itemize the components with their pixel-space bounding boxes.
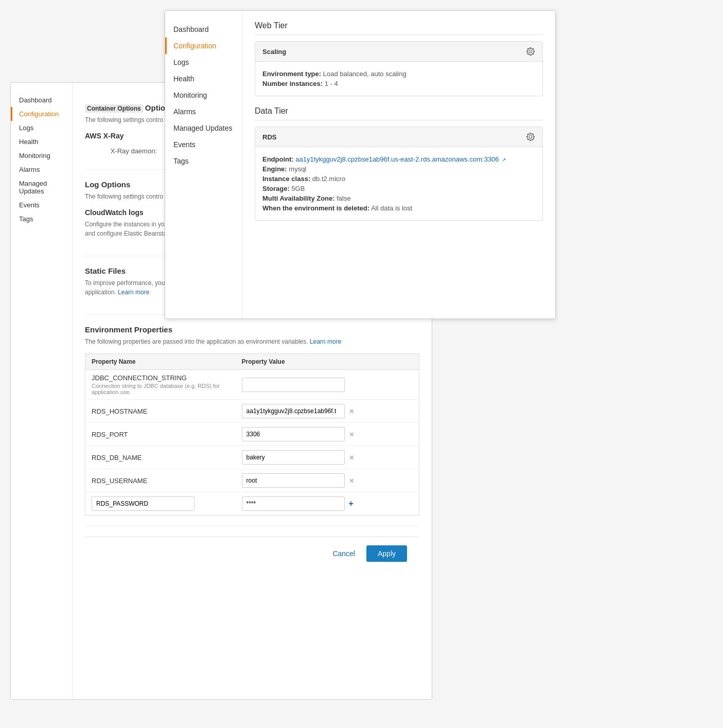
- table-row: RDS_USERNAME✕: [85, 469, 419, 492]
- front-panel-sidebar: Dashboard Configuration Logs Health Moni…: [165, 11, 242, 318]
- rds-card-title: RDS: [262, 133, 276, 141]
- prop-name-input[interactable]: [92, 496, 195, 511]
- prop-value-cell: ✕: [236, 446, 419, 469]
- scaling-gear-icon[interactable]: [526, 47, 535, 56]
- table-row: RDS_HOSTNAME✕: [85, 400, 419, 423]
- prop-name-cell: RDS_HOSTNAME: [85, 400, 236, 423]
- front-sidebar-item-managed-updates[interactable]: Managed Updates: [165, 120, 242, 136]
- prop-value-cell: ✕: [236, 400, 419, 423]
- env-type-text: Environment type: Load balanced, auto sc…: [262, 70, 535, 78]
- num-instances-text: Number instances: 1 - 4: [262, 80, 535, 87]
- prop-value-cell: ✕: [236, 423, 419, 446]
- prop-name-cell: JDBC_CONNECTION_STRINGConnection string …: [85, 370, 236, 400]
- front-sidebar-item-monitoring[interactable]: Monitoring: [165, 87, 242, 103]
- table-row: +: [85, 492, 419, 516]
- rds-card-body: Endpoint: aa1y1tykgguv2j8.cpzbse1ab96f.u…: [255, 147, 542, 220]
- rds-endpoint-link[interactable]: aa1y1tykgguv2j8.cpzbse1ab96f.us-east-2.r…: [295, 155, 506, 163]
- front-sidebar-item-health[interactable]: Health: [165, 70, 242, 87]
- prop-name-text: RDS_DB_NAME: [92, 454, 142, 461]
- prop-name-cell: RDS_DB_NAME: [85, 446, 236, 469]
- xray-daemon-label: X-Ray daemon:: [85, 147, 157, 155]
- prop-input-wrapper: ✕: [242, 473, 413, 488]
- prop-name-cell: RDS_PORT: [85, 423, 236, 446]
- scaling-card-body: Environment type: Load balanced, auto sc…: [255, 62, 542, 96]
- env-properties-title: Environment Properties: [85, 325, 419, 334]
- back-panel-sidebar: Dashboard Configuration Logs Health Moni…: [11, 83, 73, 699]
- prop-input-wrapper: [242, 378, 413, 392]
- front-sidebar-item-tags[interactable]: Tags: [165, 153, 242, 169]
- sidebar-item-events[interactable]: Events: [11, 198, 72, 212]
- env-properties-learn-more[interactable]: Learn more: [310, 338, 341, 345]
- sidebar-item-logs[interactable]: Logs: [11, 121, 72, 135]
- table-row: RDS_PORT✕: [85, 423, 419, 446]
- footer-actions: Cancel Apply: [85, 537, 419, 570]
- prop-name-text: RDS_PORT: [92, 431, 128, 438]
- rds-endpoint: Endpoint: aa1y1tykgguv2j8.cpzbse1ab96f.u…: [262, 155, 535, 163]
- sidebar-item-managed-updates[interactable]: Managed Updates: [11, 176, 72, 198]
- prop-delete-button[interactable]: ✕: [347, 430, 357, 439]
- prop-input-wrapper: +: [242, 496, 413, 511]
- front-panel: Dashboard Configuration Logs Health Moni…: [165, 10, 556, 319]
- scaling-card-title: Scaling: [262, 48, 286, 56]
- sidebar-item-alarms[interactable]: Alarms: [11, 163, 72, 176]
- prop-name-text: JDBC_CONNECTION_STRING: [92, 374, 187, 382]
- prop-delete-button[interactable]: ✕: [347, 476, 357, 486]
- sidebar-item-monitoring[interactable]: Monitoring: [11, 149, 72, 163]
- prop-add-button[interactable]: +: [347, 498, 356, 509]
- rds-storage: Storage: 5GB: [262, 185, 535, 192]
- prop-value-cell: +: [236, 492, 419, 516]
- prop-value-input[interactable]: [242, 427, 345, 441]
- sidebar-item-dashboard[interactable]: Dashboard: [11, 93, 72, 107]
- col-property-value: Property Value: [236, 354, 419, 370]
- front-sidebar-item-alarms[interactable]: Alarms: [165, 103, 242, 120]
- prop-value-input[interactable]: [242, 404, 345, 418]
- front-sidebar-item-dashboard[interactable]: Dashboard: [165, 21, 242, 38]
- prop-value-cell: [236, 370, 419, 400]
- external-link-icon: ↗: [502, 157, 506, 163]
- web-tier-title: Web Tier: [255, 21, 543, 35]
- data-tier-title: Data Tier: [255, 106, 543, 120]
- prop-input-wrapper: ✕: [242, 450, 413, 465]
- prop-value-input[interactable]: [242, 450, 345, 465]
- front-panel-content: Web Tier Scaling Environment type: Load …: [242, 11, 555, 241]
- env-properties-section: Environment Properties The following pro…: [85, 325, 419, 526]
- prop-input-wrapper: ✕: [242, 427, 413, 441]
- env-properties-table: Property Name Property Value JDBC_CONNEC…: [85, 353, 419, 516]
- rds-card: RDS Endpoint: aa1y1tykgguv2j8.cpzbse1ab9…: [255, 127, 543, 221]
- sidebar-item-health[interactable]: Health: [11, 135, 72, 149]
- static-files-learn-more[interactable]: Learn more: [118, 289, 149, 296]
- prop-value-input[interactable]: [242, 473, 345, 488]
- scaling-card: Scaling Environment type: Load balanced,…: [255, 41, 543, 96]
- rds-multi-az: Multi Availability Zone: false: [262, 194, 535, 202]
- prop-name-text: RDS_USERNAME: [92, 477, 147, 485]
- table-row: JDBC_CONNECTION_STRINGConnection string …: [85, 370, 419, 400]
- prop-value-input[interactable]: [242, 496, 345, 511]
- apply-button[interactable]: Apply: [366, 545, 407, 562]
- env-properties-desc: The following properties are passed into…: [85, 337, 419, 346]
- rds-when-deleted: When the environment is deleted: All dat…: [262, 204, 535, 212]
- sidebar-item-tags[interactable]: Tags: [11, 212, 72, 226]
- sidebar-item-configuration[interactable]: Configuration: [11, 107, 72, 121]
- front-sidebar-item-logs[interactable]: Logs: [165, 54, 242, 70]
- cancel-button[interactable]: Cancel: [326, 545, 361, 562]
- prop-value-cell: ✕: [236, 469, 419, 492]
- scaling-card-header: Scaling: [255, 42, 542, 62]
- prop-name-cell: RDS_USERNAME: [85, 469, 236, 492]
- rds-card-header: RDS: [255, 127, 542, 147]
- prop-delete-button[interactable]: ✕: [347, 406, 357, 416]
- rds-instance-class: Instance class: db.t2.micro: [262, 175, 535, 183]
- table-row: RDS_DB_NAME✕: [85, 446, 419, 469]
- rds-gear-icon[interactable]: [526, 132, 535, 141]
- rds-engine: Engine: mysql: [262, 165, 535, 173]
- prop-input-wrapper: ✕: [242, 404, 413, 418]
- front-sidebar-item-events[interactable]: Events: [165, 136, 242, 153]
- container-options-tag: Container Options: [85, 104, 143, 113]
- col-property-name: Property Name: [85, 354, 236, 370]
- prop-name-text: RDS_HOSTNAME: [92, 407, 147, 415]
- prop-name-desc: Connection string to JDBC database (e.g.…: [92, 383, 230, 395]
- front-sidebar-item-configuration[interactable]: Configuration: [165, 38, 242, 54]
- prop-delete-button[interactable]: ✕: [347, 453, 357, 463]
- prop-name-cell: [85, 492, 236, 516]
- prop-value-input[interactable]: [242, 378, 345, 392]
